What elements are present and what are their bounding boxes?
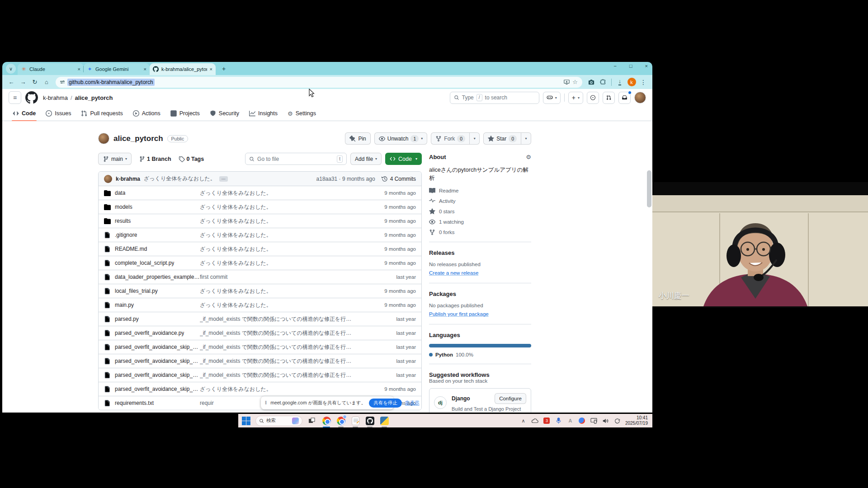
copilot-button[interactable]: ▾ — [543, 92, 561, 104]
file-name-link[interactable]: .gitignore — [115, 232, 137, 238]
table-row[interactable]: parsed_overfit_avoidance.py _if_model_ex… — [99, 326, 421, 340]
hamburger-icon[interactable]: ≡ — [9, 91, 21, 104]
commit-message-link[interactable]: ざっくり全体をみなおした。 — [200, 385, 368, 393]
tags-link[interactable]: 0 Tags — [179, 156, 204, 162]
branch-selector[interactable]: main ▾ — [98, 153, 132, 165]
chrome-taskbar-icon[interactable] — [321, 416, 331, 426]
file-name-link[interactable]: parsed_overfit_avoidance_skip_create_mod… — [115, 372, 200, 378]
file-name-link[interactable]: main.py — [115, 302, 134, 308]
notepad-taskbar-icon[interactable] — [350, 416, 360, 426]
commit-author-avatar[interactable] — [104, 175, 112, 183]
go-to-file-input[interactable]: Go to file t — [245, 153, 347, 165]
commit-message-link[interactable]: ざっくり全体をみなおした。 — [200, 217, 368, 225]
table-row[interactable]: .gitignore ざっくり全体をみなおした。 9 months ago — [99, 228, 421, 242]
ellipsis-icon[interactable]: ⋯ — [219, 176, 228, 182]
tab-claude[interactable]: ✳ Claude × — [18, 63, 84, 75]
file-name-link[interactable]: parsed_overfit_avoidance_skip_create_mod… — [115, 386, 200, 392]
commit-message-link[interactable]: ざっくり全体をみなおした。 — [200, 301, 368, 309]
home-button[interactable]: ⌂ — [41, 77, 52, 88]
table-row[interactable]: results ざっくり全体をみなおした。 9 months ago — [99, 214, 421, 228]
table-row[interactable]: models ざっくり全体をみなおした。 9 months ago — [99, 200, 421, 214]
tab-security[interactable]: Security — [206, 106, 243, 121]
maximize-button[interactable]: □ — [629, 63, 632, 69]
taskbar-search[interactable]: 検索 — [255, 416, 302, 426]
minimize-button[interactable]: − — [613, 63, 616, 69]
hide-link[interactable]: 非表示 — [405, 400, 420, 406]
star-button[interactable]: Star 0 — [483, 132, 521, 145]
publish-package-link[interactable]: Publish your first package — [429, 311, 489, 317]
commit-message-link[interactable]: _if_model_exists で関数の関係についての構造的な修正を行… — [200, 329, 368, 337]
create-release-link[interactable]: Create a new release — [429, 270, 478, 276]
table-row[interactable]: data ざっくり全体をみなおした。 9 months ago — [99, 186, 421, 200]
breadcrumb-owner[interactable]: k-brahma — [43, 94, 68, 101]
github-desktop-taskbar-icon[interactable] — [365, 416, 375, 426]
stars-link[interactable]: 0 stars — [429, 208, 531, 215]
file-name-link[interactable]: README.md — [115, 246, 147, 252]
table-row[interactable]: parsed_overfit_avoidance_skip_create_mod… — [99, 382, 421, 396]
pause-icon[interactable]: ‖ — [265, 400, 267, 405]
back-button[interactable]: ← — [6, 77, 17, 88]
file-name-link[interactable]: complete_local_script.py — [115, 260, 174, 266]
table-row[interactable]: README.md ざっくり全体をみなおした。 9 months ago — [99, 242, 421, 256]
fork-button[interactable]: Fork 0 — [431, 132, 470, 145]
add-file-button[interactable]: Add file ▾ — [350, 153, 382, 165]
speaker-icon[interactable] — [602, 417, 609, 425]
page-scrollbar[interactable] — [647, 170, 651, 207]
file-name-link[interactable]: models — [115, 204, 132, 210]
commit-message-link[interactable]: ざっくり全体をみなおした。 — [200, 203, 368, 211]
tab-actions[interactable]: Actions — [129, 106, 165, 121]
commit-message-link[interactable]: ざっくり全体をみなおした。 — [200, 287, 368, 295]
close-icon[interactable]: × — [144, 66, 146, 72]
create-new-button[interactable]: + ▾ — [568, 92, 583, 104]
table-row[interactable]: data_loader_properties_example.py first … — [99, 270, 421, 284]
taskbar-clock[interactable]: 10:41 2025/07/19 — [625, 415, 650, 427]
page-title[interactable]: alice_pytorch — [113, 134, 163, 143]
gear-icon[interactable]: ⚙ — [526, 154, 531, 160]
extensions-icon[interactable] — [598, 77, 609, 88]
file-name-link[interactable]: data — [115, 190, 125, 196]
issues-button[interactable] — [587, 92, 599, 104]
pycharm-taskbar-icon[interactable] — [379, 416, 389, 426]
close-icon[interactable]: × — [78, 66, 80, 72]
file-name-link[interactable]: parsed_overfit_avoidance_skip_create_mod… — [115, 344, 200, 350]
commit-message[interactable]: ざっくり全体をみなおした。 — [144, 175, 216, 183]
address-bar[interactable]: github.com/k-brahma/alice_pytorch ☆ — [56, 77, 582, 88]
file-name-link[interactable]: results — [115, 218, 131, 224]
tab-issues[interactable]: Issues — [42, 106, 75, 121]
forks-link[interactable]: 0 forks — [429, 229, 531, 235]
file-name-link[interactable]: parsed_overfit_avoidance.py — [115, 330, 184, 336]
commit-message-link[interactable]: _if_model_exists で関数の関係についての構造的な修正を行… — [200, 371, 368, 379]
forward-button[interactable]: → — [18, 77, 28, 88]
tab-code[interactable]: Code — [9, 106, 40, 121]
file-name-link[interactable]: parsed_overfit_avoidance_skip_create_mod… — [115, 358, 200, 364]
chrome-profile2-taskbar-icon[interactable] — [336, 416, 346, 426]
file-name-link[interactable]: data_loader_properties_example.py — [115, 274, 200, 280]
table-row[interactable]: main.py ざっくり全体をみなおした。 9 months ago — [99, 298, 421, 312]
user-avatar[interactable] — [634, 92, 646, 103]
pull-requests-button[interactable] — [603, 92, 615, 104]
global-search-input[interactable]: Type / to search — [450, 92, 539, 104]
url-text[interactable]: github.com/k-brahma/alice_pytorch — [67, 79, 155, 86]
tray-chevron-icon[interactable]: ∧ — [519, 417, 527, 425]
camera-icon[interactable] — [586, 77, 597, 88]
releases-heading[interactable]: Releases — [429, 249, 531, 256]
install-icon[interactable] — [564, 79, 570, 85]
cast-icon[interactable] — [590, 417, 598, 425]
start-button[interactable] — [241, 416, 251, 426]
table-row[interactable]: parsed.py _if_model_exists で関数の関係についての構造… — [99, 312, 421, 326]
language-item[interactable]: Python 100.0% — [429, 352, 531, 357]
activity-link[interactable]: Activity — [429, 198, 531, 204]
unwatch-button[interactable]: Unwatch 1 ▾ — [374, 132, 428, 145]
fork-dropdown[interactable]: ▾ — [470, 132, 480, 145]
battery-icon[interactable] — [613, 417, 621, 425]
language-bar[interactable] — [429, 344, 531, 347]
site-info-icon[interactable] — [60, 81, 65, 83]
table-row[interactable]: parsed_overfit_avoidance_skip_create_mod… — [99, 354, 421, 368]
table-row[interactable]: local_files_trial.py ざっくり全体をみなおした。 9 mon… — [99, 284, 421, 298]
repo-owner-avatar[interactable] — [98, 133, 109, 144]
pin-button[interactable]: Pin — [345, 132, 370, 145]
file-name-link[interactable]: local_files_trial.py — [115, 288, 158, 294]
table-row[interactable]: parsed_overfit_avoidance_skip_create_mod… — [99, 368, 421, 382]
new-tab-button[interactable]: + — [218, 63, 229, 74]
readme-link[interactable]: Readme — [429, 188, 531, 194]
